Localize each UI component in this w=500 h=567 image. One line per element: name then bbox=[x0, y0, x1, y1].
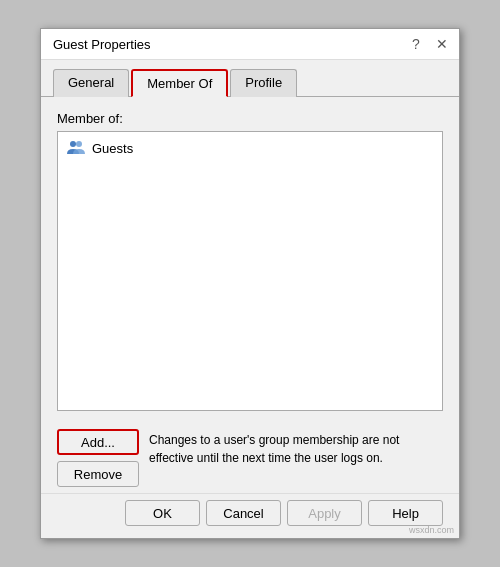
window-title: Guest Properties bbox=[53, 37, 151, 52]
list-item[interactable]: Guests bbox=[62, 136, 438, 160]
add-button[interactable]: Add... bbox=[57, 429, 139, 455]
tab-general[interactable]: General bbox=[53, 69, 129, 97]
tab-memberof[interactable]: Member Of bbox=[131, 69, 228, 97]
apply-button[interactable]: Apply bbox=[287, 500, 362, 526]
remove-button[interactable]: Remove bbox=[57, 461, 139, 487]
close-button[interactable]: ✕ bbox=[433, 35, 451, 53]
member-of-listbox[interactable]: Guests bbox=[57, 131, 443, 411]
help-button[interactable]: ? bbox=[407, 35, 425, 53]
group-icon bbox=[66, 138, 86, 158]
footer: OK Cancel Apply Help bbox=[41, 493, 459, 538]
member-of-label: Member of: bbox=[57, 111, 443, 126]
action-row: Add... Remove Changes to a user's group … bbox=[41, 421, 459, 493]
info-text: Changes to a user's group membership are… bbox=[149, 429, 443, 467]
guest-properties-dialog: Guest Properties ? ✕ General Member Of P… bbox=[40, 28, 460, 539]
help-footer-button[interactable]: Help bbox=[368, 500, 443, 526]
ok-button[interactable]: OK bbox=[125, 500, 200, 526]
svg-point-0 bbox=[70, 141, 76, 147]
svg-point-1 bbox=[76, 141, 82, 147]
tab-profile[interactable]: Profile bbox=[230, 69, 297, 97]
action-buttons: Add... Remove bbox=[57, 429, 139, 487]
tabs-container: General Member Of Profile bbox=[41, 60, 459, 97]
cancel-button[interactable]: Cancel bbox=[206, 500, 281, 526]
list-item-text: Guests bbox=[92, 141, 133, 156]
title-bar: Guest Properties ? ✕ bbox=[41, 29, 459, 60]
tab-content-memberof: Member of: Guests bbox=[41, 97, 459, 421]
